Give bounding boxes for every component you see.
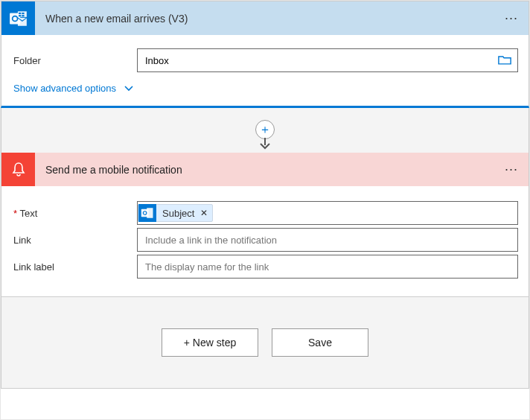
linklabel-row: Link label	[12, 255, 518, 279]
show-advanced-link[interactable]: Show advanced options	[12, 80, 134, 95]
chevron-down-icon	[124, 85, 134, 92]
trigger-menu-button[interactable]: ···	[505, 10, 518, 26]
save-button[interactable]: Save	[272, 328, 368, 357]
link-label: Link	[12, 235, 137, 246]
trigger-card: When a new email arrives (V3) ··· Folder…	[1, 1, 529, 108]
footer: + New step Save	[1, 297, 529, 389]
action-title: Send me a mobile notification	[35, 164, 182, 176]
outlook-icon	[1, 1, 35, 35]
trigger-header[interactable]: When a new email arrives (V3) ···	[1, 1, 529, 35]
action-header[interactable]: Send me a mobile notification ···	[1, 153, 529, 186]
add-step-button[interactable]: ＋	[255, 120, 275, 139]
svg-rect-10	[147, 208, 153, 218]
connector-area: ＋	[1, 108, 529, 153]
arrow-down-icon	[258, 138, 272, 150]
linklabel-input[interactable]	[145, 261, 510, 273]
trigger-body: Folder Show advanced options	[1, 35, 529, 106]
folder-picker-icon[interactable]	[498, 54, 511, 66]
folder-row: Folder	[12, 48, 518, 72]
svg-rect-6	[19, 15, 21, 16]
token-label: Subject	[162, 208, 194, 219]
subject-token[interactable]: Subject ✕	[138, 204, 213, 222]
folder-text[interactable]	[145, 55, 510, 66]
action-body: * Text Subject ✕ Link	[1, 186, 529, 296]
text-label: * Text	[12, 208, 137, 219]
svg-rect-5	[22, 12, 24, 13]
text-row: * Text Subject ✕	[12, 201, 518, 225]
link-input[interactable]	[145, 235, 510, 246]
svg-rect-4	[19, 12, 21, 13]
linklabel-label: Link label	[12, 261, 137, 273]
svg-rect-7	[22, 15, 24, 16]
bell-icon	[1, 153, 35, 186]
outlook-token-icon	[138, 204, 156, 222]
show-advanced-text: Show advanced options	[13, 83, 116, 94]
trigger-title: When a new email arrives (V3)	[35, 13, 188, 25]
folder-input[interactable]	[137, 48, 518, 72]
new-step-button[interactable]: + New step	[162, 328, 258, 357]
linklabel-input-wrap[interactable]	[137, 255, 518, 279]
link-row: Link	[12, 228, 518, 252]
folder-label: Folder	[12, 55, 137, 66]
action-menu-button[interactable]: ···	[505, 162, 518, 177]
link-input-wrap[interactable]	[137, 228, 518, 252]
text-input[interactable]: Subject ✕	[137, 201, 518, 225]
action-card: Send me a mobile notification ··· * Text…	[1, 153, 529, 297]
token-remove-icon[interactable]: ✕	[200, 208, 208, 218]
